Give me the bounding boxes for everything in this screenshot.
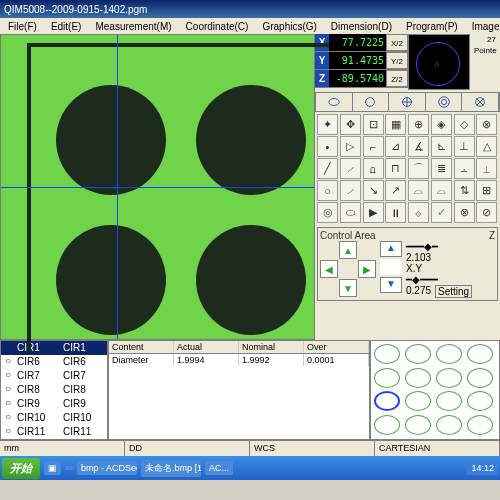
tool-icon[interactable]: ⩍ bbox=[363, 158, 384, 179]
axis-y-value: 91.4735 bbox=[329, 52, 386, 69]
preview-circle[interactable] bbox=[467, 368, 493, 388]
mode-cross-icon[interactable] bbox=[389, 93, 426, 111]
tool-icon[interactable]: △ bbox=[476, 136, 497, 157]
menu-program[interactable]: Program(P) bbox=[400, 21, 464, 32]
feature-row[interactable]: ○CIR6CIR6 bbox=[1, 355, 107, 369]
preview-circle[interactable] bbox=[405, 391, 431, 411]
preview-circle[interactable] bbox=[467, 391, 493, 411]
tool-triangle-icon[interactable]: ▷ bbox=[340, 136, 361, 157]
tool-icon[interactable]: ⟋ bbox=[340, 180, 361, 201]
axis-y-half-button[interactable]: Y/2 bbox=[386, 52, 408, 69]
tool-icon[interactable]: ≣ bbox=[431, 158, 452, 179]
tool-icon[interactable]: ⊓ bbox=[385, 158, 406, 179]
crosshair-horizontal bbox=[1, 187, 314, 188]
tool-icon[interactable]: ▦ bbox=[385, 114, 406, 135]
tool-icon[interactable]: ⊕ bbox=[408, 114, 429, 135]
feature-list[interactable]: ○CIR1CIR1 ○CIR6CIR6 ○CIR7CIR7 ○CIR8CIR8 … bbox=[0, 340, 108, 440]
tool-icon[interactable]: ↗ bbox=[385, 180, 406, 201]
tool-icon[interactable]: ⊥ bbox=[454, 136, 475, 157]
tool-icon[interactable]: ⊞ bbox=[476, 180, 497, 201]
status-coord-system: CARTESIAN bbox=[375, 441, 500, 456]
menu-coordinate[interactable]: Coordinate(C) bbox=[180, 21, 255, 32]
start-button[interactable]: 开始 bbox=[2, 458, 40, 479]
tool-icon[interactable]: ⌐ bbox=[363, 136, 384, 157]
preview-circle[interactable] bbox=[436, 391, 462, 411]
preview-circle[interactable] bbox=[436, 415, 462, 435]
menu-image[interactable]: Image(I) bbox=[466, 21, 500, 32]
preview-circle[interactable] bbox=[405, 344, 431, 364]
z-up-button[interactable]: ▲ bbox=[380, 241, 402, 257]
svg-point-5 bbox=[438, 97, 449, 108]
tool-icon[interactable]: ⟐ bbox=[408, 202, 429, 223]
menu-dimension[interactable]: Dimension(D) bbox=[325, 21, 398, 32]
tool-icon[interactable]: ⌓ bbox=[431, 180, 452, 201]
tool-icon[interactable]: ⌓ bbox=[408, 180, 429, 201]
menu-graphics[interactable]: Graphics(G) bbox=[256, 21, 322, 32]
preview-circle[interactable] bbox=[405, 368, 431, 388]
tool-move-icon[interactable]: ✥ bbox=[340, 114, 361, 135]
system-tray-clock[interactable]: 14:12 bbox=[467, 461, 498, 475]
tool-icon[interactable]: ⊡ bbox=[363, 114, 384, 135]
axis-x-half-button[interactable]: X/2 bbox=[386, 34, 408, 51]
axis-z-half-button[interactable]: Z/2 bbox=[386, 70, 408, 87]
tool-icon[interactable]: ◇ bbox=[454, 114, 475, 135]
menu-file[interactable]: File(F) bbox=[2, 21, 43, 32]
tool-icon[interactable]: ⫠ bbox=[454, 158, 475, 179]
mode-circle-icon[interactable] bbox=[353, 93, 390, 111]
camera-viewport[interactable] bbox=[0, 34, 315, 340]
dpad-up-button[interactable]: ▲ bbox=[339, 241, 357, 259]
status-wcs: WCS bbox=[250, 441, 375, 456]
tool-icon[interactable]: ⟋ bbox=[340, 158, 361, 179]
taskbar-item[interactable]: bmp - ACDSee v5.0 bbox=[77, 461, 137, 475]
feature-row[interactable]: ○CIR11CIR11 bbox=[1, 425, 107, 439]
menu-measurement[interactable]: Measurement(M) bbox=[89, 21, 177, 32]
tool-icon[interactable]: ⊾ bbox=[431, 136, 452, 157]
tool-icon[interactable]: ⊗ bbox=[454, 202, 475, 223]
tool-icon[interactable]: ↘ bbox=[363, 180, 384, 201]
tool-icon[interactable]: ⟂ bbox=[476, 158, 497, 179]
dpad-right-button[interactable]: ▶ bbox=[358, 260, 376, 278]
taskbar-item[interactable]: 未命名.bmp [1:2]... bbox=[141, 460, 201, 477]
axis-z-value: -89.5740 bbox=[329, 70, 386, 87]
taskbar-item[interactable]: AC... bbox=[205, 461, 233, 475]
mode-concentric-icon[interactable] bbox=[426, 93, 463, 111]
title-text: QIM5008--2009-0915-1402.pgm bbox=[4, 4, 147, 15]
preview-circle-selected[interactable] bbox=[374, 391, 400, 411]
tool-icon[interactable]: ⌒ bbox=[408, 158, 429, 179]
setting-button[interactable]: Setting bbox=[435, 285, 472, 298]
preview-circle[interactable] bbox=[374, 368, 400, 388]
tool-icon[interactable]: ⇅ bbox=[454, 180, 475, 201]
mode-grid-icon[interactable] bbox=[462, 93, 499, 111]
preview-circle[interactable] bbox=[405, 415, 431, 435]
feature-row[interactable]: ○CIR9CIR9 bbox=[1, 397, 107, 411]
sample-hole bbox=[196, 225, 306, 335]
preview-circle[interactable] bbox=[436, 344, 462, 364]
tool-icon[interactable]: ◈ bbox=[431, 114, 452, 135]
xy-slider[interactable]: ━◆━━━ bbox=[406, 274, 472, 285]
tool-play-icon[interactable]: ▶ bbox=[363, 202, 384, 223]
preview-circle[interactable] bbox=[467, 415, 493, 435]
results-row[interactable]: Diameter 1.9994 1.9992 0.0001 bbox=[109, 354, 369, 366]
dpad-down-button[interactable]: ▼ bbox=[339, 279, 357, 297]
tool-icon[interactable]: ⊘ bbox=[476, 202, 497, 223]
preview-circle[interactable] bbox=[374, 415, 400, 435]
z-down-button[interactable]: ▼ bbox=[380, 277, 402, 293]
taskbar-quicklaunch-icon[interactable]: ▣ bbox=[44, 461, 61, 475]
tool-check-icon[interactable]: ✓ bbox=[431, 202, 452, 223]
windows-taskbar[interactable]: 开始 ▣ bmp - ACDSee v5.0 未命名.bmp [1:2]... … bbox=[0, 456, 500, 480]
feature-row[interactable]: ○CIR8CIR8 bbox=[1, 383, 107, 397]
preview-circle[interactable] bbox=[467, 344, 493, 364]
menu-edit[interactable]: Edit(E) bbox=[45, 21, 88, 32]
feature-row[interactable]: ○CIR10CIR10 bbox=[1, 411, 107, 425]
z-slider[interactable]: ━━━◆━ bbox=[406, 241, 472, 252]
tool-ellipse-icon[interactable]: ⬭ bbox=[340, 202, 361, 223]
feature-row[interactable]: ○CIR7CIR7 bbox=[1, 369, 107, 383]
tool-icon[interactable]: ∡ bbox=[408, 136, 429, 157]
tool-pause-icon[interactable]: ⏸ bbox=[385, 202, 406, 223]
preview-circle[interactable] bbox=[436, 368, 462, 388]
taskbar-item[interactable] bbox=[65, 466, 73, 470]
menu-bar[interactable]: File(F) Edit(E) Measurement(M) Coordinat… bbox=[0, 18, 500, 34]
tool-icon[interactable]: ⊗ bbox=[476, 114, 497, 135]
preview-circle[interactable] bbox=[374, 344, 400, 364]
tool-icon[interactable]: ⊿ bbox=[385, 136, 406, 157]
